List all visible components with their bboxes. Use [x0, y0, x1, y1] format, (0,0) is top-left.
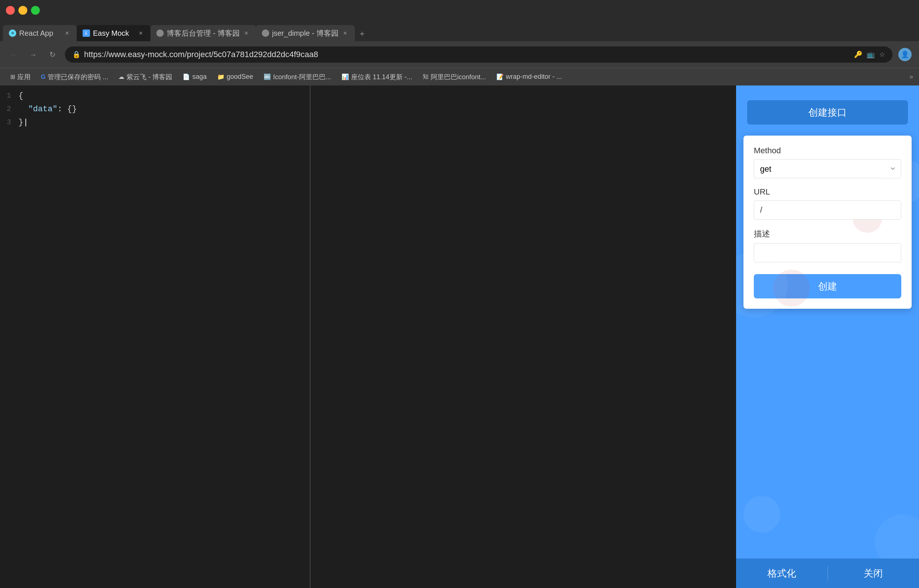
key-icon[interactable]: 🔑 [854, 50, 862, 58]
tab-blog-admin[interactable]: 博客后台管理 - 博客园 ✕ [151, 25, 256, 41]
wrap-md-icon: 📝 [496, 73, 504, 80]
minimize-window-btn[interactable] [18, 6, 27, 15]
bookmark-baidu-label: 管理已保存的密码 ... [47, 73, 108, 81]
bookmarks-more-icon[interactable]: » [909, 73, 913, 81]
close-button[interactable]: 关闭 [828, 559, 919, 588]
bookmarks-bar: ⊞ 应用 G 管理已保存的密码 ... ☁ 紫云飞 - 博客园 📄 saga 📁… [0, 68, 919, 86]
tab-blog-user-label: jser_dimple - 博客园 [272, 28, 339, 38]
method-label: Method [754, 146, 901, 155]
code-line-1: 1 { [0, 91, 736, 105]
bookmark-zhibaba-label: 阿里巴巴iconfont... [431, 73, 486, 81]
blog-admin-favicon [156, 29, 164, 37]
star-icon[interactable]: ☆ [879, 50, 885, 58]
url-action-icons: 🔑 📺 ☆ [854, 50, 885, 58]
address-bar: ← → ↻ 🔒 https://www.easy-mock.com/projec… [0, 41, 919, 68]
bookmark-iconfont-label: Iconfont-阿里巴巴... [273, 73, 331, 81]
tab-blog-admin-close[interactable]: ✕ [243, 29, 250, 37]
cast-icon[interactable]: 📺 [867, 50, 875, 58]
code-line-3: 3 } [0, 118, 736, 131]
deco-circle-white-3 [744, 496, 780, 533]
zuowei-icon: 📊 [342, 73, 349, 80]
baidu-icon: G [41, 74, 45, 80]
bookmark-zuowei[interactable]: 📊 座位表 11.14更新 -... [337, 71, 417, 83]
tab-blog-admin-label: 博客后台管理 - 博客园 [167, 28, 240, 38]
bookmark-wrap-md[interactable]: 📝 wrap-md-editor - ... [492, 71, 566, 82]
code-editor[interactable]: 1 { 2 "data": {} 3 } [0, 86, 736, 588]
bookmark-zhibaba[interactable]: 知 阿里巴巴iconfont... [418, 71, 491, 83]
tab-react-app-label: React App [19, 29, 60, 37]
profile-avatar[interactable]: 👤 [898, 48, 912, 61]
easy-mock-favicon: E [83, 29, 90, 37]
format-button[interactable]: 格式化 [736, 559, 828, 588]
refresh-button[interactable]: ↻ [46, 48, 59, 61]
bookmark-ziyunfei-label: 紫云飞 - 博客园 [126, 73, 172, 81]
line-number-3: 3 [0, 118, 18, 126]
bookmark-zuowei-label: 座位表 11.14更新 -... [351, 73, 412, 81]
line-content-2: "data": {} [18, 105, 77, 114]
method-form-group: Method get post put delete patch [754, 146, 901, 178]
bookmark-goodsee[interactable]: 📁 goodSee [213, 71, 258, 82]
bookmark-saga-label: saga [192, 73, 206, 81]
bookmark-goodsee-label: goodSee [227, 73, 253, 81]
desc-label: 描述 [754, 228, 901, 239]
tab-easy-mock-close[interactable]: ✕ [137, 29, 144, 37]
create-btn-area: 创建接口 [736, 86, 919, 132]
fullscreen-window-btn[interactable] [31, 6, 40, 15]
bookmark-apps[interactable]: ⊞ 应用 [6, 71, 35, 83]
bookmark-saga[interactable]: 📄 saga [178, 71, 211, 82]
desc-form-group: 描述 [754, 228, 901, 262]
bottom-action-bar: 格式化 关闭 [736, 559, 919, 588]
react-app-favicon: ⚛ [9, 29, 16, 37]
editor-divider [310, 86, 311, 588]
bookmark-ziyunfei[interactable]: ☁ 紫云飞 - 博客园 [114, 71, 177, 83]
bookmark-iconfont[interactable]: 🔤 Iconfont-阿里巴巴... [259, 71, 336, 83]
line-number-2: 2 [0, 105, 18, 113]
lock-icon: 🔒 [72, 50, 80, 58]
tab-easy-mock-label: Easy Mock [93, 29, 134, 37]
bookmark-apps-label: 应用 [17, 73, 31, 81]
blog-user-favicon [262, 29, 269, 37]
url-prefix: / [760, 205, 762, 215]
bookmark-baidu[interactable]: G 管理已保存的密码 ... [37, 71, 112, 83]
tab-blog-user-close[interactable]: ✕ [342, 29, 349, 37]
url-input-wrapper: / [754, 200, 901, 220]
iconfont-icon: 🔤 [264, 73, 271, 80]
create-interface-button[interactable]: 创建接口 [747, 100, 908, 124]
zhibaba-icon: 知 [423, 73, 428, 81]
close-window-btn[interactable] [6, 6, 15, 15]
title-bar [0, 0, 919, 21]
url-text: https://www.easy-mock.com/project/5c07a7… [84, 50, 850, 59]
traffic-lights [6, 6, 40, 15]
tab-react-app-close[interactable]: ✕ [63, 29, 71, 37]
bookmark-wrap-md-label: wrap-md-editor - ... [506, 73, 562, 81]
right-panel: 创建接口 Method get post put delete patch UR… [736, 86, 919, 588]
apps-icon: ⊞ [10, 73, 15, 80]
new-tab-button[interactable]: + [355, 26, 370, 41]
tabs-bar: ⚛ React App ✕ E Easy Mock ✕ 博客后台管理 - 博客园… [0, 21, 919, 41]
content-area: 1 { 2 "data": {} 3 } 创建接口 [0, 86, 919, 588]
url-form-group: URL / [754, 187, 901, 220]
method-select[interactable]: get post put delete patch [754, 159, 901, 178]
line-content-1: { [18, 91, 23, 100]
back-button[interactable]: ← [7, 48, 21, 61]
url-label: URL [754, 187, 901, 197]
url-input[interactable] [764, 201, 901, 219]
ziyunfei-icon: ☁ [118, 73, 124, 80]
tab-blog-user[interactable]: jser_dimple - 博客园 ✕ [256, 25, 355, 41]
line-content-3: } [18, 118, 28, 127]
url-bar[interactable]: 🔒 https://www.easy-mock.com/project/5c07… [65, 47, 893, 63]
tab-react-app[interactable]: ⚛ React App ✕ [3, 25, 77, 41]
goodsee-icon: 📁 [217, 73, 225, 80]
tab-easy-mock[interactable]: E Easy Mock ✕ [77, 25, 151, 41]
line-number-1: 1 [0, 91, 18, 100]
code-line-2: 2 "data": {} [0, 105, 736, 118]
saga-icon: 📄 [183, 73, 190, 80]
forward-button[interactable]: → [26, 48, 40, 61]
